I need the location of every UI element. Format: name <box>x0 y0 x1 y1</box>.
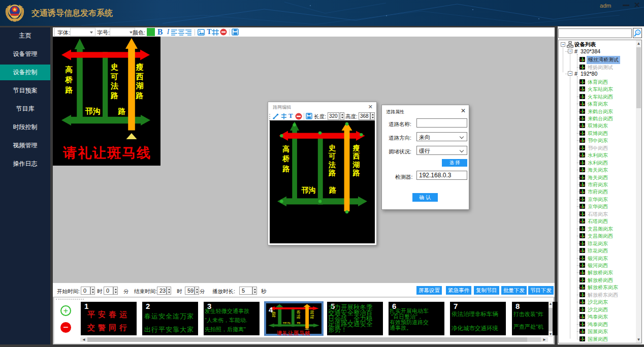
svg-text:西: 西 <box>352 152 360 160</box>
svg-text:路: 路 <box>282 165 290 173</box>
svg-text:路: 路 <box>297 317 301 319</box>
svg-text:路: 路 <box>328 169 336 177</box>
svg-text:可: 可 <box>328 152 336 160</box>
svg-text:桥: 桥 <box>65 75 73 84</box>
svg-text:高: 高 <box>282 145 289 153</box>
svg-text:史: 史 <box>110 62 118 71</box>
svg-text:路: 路 <box>65 85 73 94</box>
svg-text:3: 3 <box>637 31 639 34</box>
svg-text:路: 路 <box>297 322 301 324</box>
svg-text:法: 法 <box>328 161 336 169</box>
svg-text:可: 可 <box>110 72 118 81</box>
svg-text:路: 路 <box>310 317 315 319</box>
svg-text:湖: 湖 <box>136 81 144 90</box>
svg-text:邗沟: 邗沟 <box>282 322 291 324</box>
svg-text:路: 路 <box>118 107 126 115</box>
svg-text:路: 路 <box>329 186 337 194</box>
svg-text:高: 高 <box>66 65 73 74</box>
svg-text:桥: 桥 <box>282 154 290 163</box>
svg-text:邗沟: 邗沟 <box>301 186 315 194</box>
svg-text:路: 路 <box>272 315 276 318</box>
svg-text:西: 西 <box>136 72 144 81</box>
svg-text:瘦: 瘦 <box>136 62 144 71</box>
svg-text:史: 史 <box>329 144 336 152</box>
svg-text:邗沟: 邗沟 <box>85 107 101 115</box>
svg-text:路: 路 <box>110 91 118 100</box>
svg-text:瘦: 瘦 <box>352 144 360 152</box>
svg-text:湖: 湖 <box>352 161 360 169</box>
svg-text:法: 法 <box>110 81 118 90</box>
svg-text:路: 路 <box>136 91 144 100</box>
svg-text:路: 路 <box>352 169 360 177</box>
